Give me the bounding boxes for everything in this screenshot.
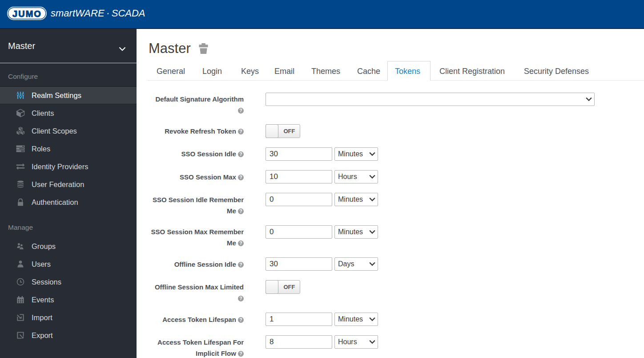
svg-text:JUMO: JUMO — [12, 9, 42, 19]
